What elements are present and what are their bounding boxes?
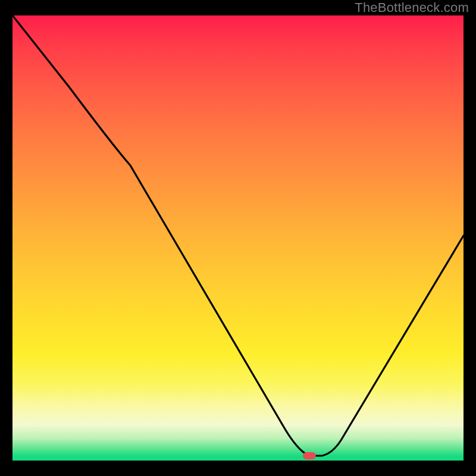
- plot-area: [12, 15, 464, 461]
- optimal-marker: [303, 452, 316, 459]
- curve-path: [12, 15, 464, 456]
- watermark-text: TheBottleneck.com: [355, 0, 469, 15]
- bottleneck-curve: [12, 15, 464, 461]
- chart-frame: TheBottleneck.com: [0, 0, 476, 476]
